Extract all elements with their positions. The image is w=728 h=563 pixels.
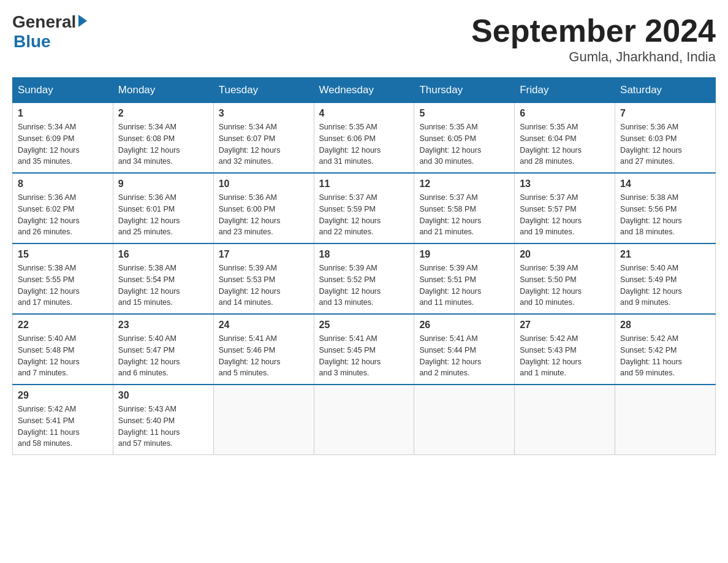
day-info: Sunrise: 5:34 AMSunset: 6:09 PMDaylight:… <box>18 121 108 167</box>
calendar-cell: 1Sunrise: 5:34 AMSunset: 6:09 PMDaylight… <box>13 103 113 174</box>
day-info: Sunrise: 5:36 AMSunset: 6:03 PMDaylight:… <box>620 121 710 167</box>
day-header-saturday: Saturday <box>615 78 716 103</box>
calendar-week-3: 15Sunrise: 5:38 AMSunset: 5:55 PMDayligh… <box>13 243 716 314</box>
day-number: 16 <box>118 249 208 260</box>
calendar-cell: 27Sunrise: 5:42 AMSunset: 5:43 PMDayligh… <box>515 314 615 385</box>
page-header: General Blue September 2024 Gumla, Jhark… <box>12 12 716 65</box>
day-number: 30 <box>118 390 208 401</box>
calendar-cell <box>414 385 515 455</box>
calendar-cell: 17Sunrise: 5:39 AMSunset: 5:53 PMDayligh… <box>213 243 314 314</box>
day-number: 19 <box>419 249 509 260</box>
day-info: Sunrise: 5:38 AMSunset: 5:56 PMDaylight:… <box>620 192 710 238</box>
calendar-cell: 22Sunrise: 5:40 AMSunset: 5:48 PMDayligh… <box>13 314 113 385</box>
calendar-cell: 3Sunrise: 5:34 AMSunset: 6:07 PMDaylight… <box>213 103 314 174</box>
calendar-cell: 4Sunrise: 5:35 AMSunset: 6:06 PMDaylight… <box>314 103 414 174</box>
day-info: Sunrise: 5:41 AMSunset: 5:46 PMDaylight:… <box>219 333 309 379</box>
day-number: 6 <box>520 108 610 119</box>
calendar-cell: 18Sunrise: 5:39 AMSunset: 5:52 PMDayligh… <box>314 243 414 314</box>
day-number: 15 <box>18 249 108 260</box>
day-info: Sunrise: 5:40 AMSunset: 5:48 PMDaylight:… <box>18 333 108 379</box>
day-number: 11 <box>319 178 409 190</box>
day-number: 28 <box>620 320 710 331</box>
title-section: September 2024 Gumla, Jharkhand, India <box>471 12 716 65</box>
logo-general-text: General <box>12 12 76 32</box>
day-info: Sunrise: 5:35 AMSunset: 6:05 PMDaylight:… <box>419 121 509 167</box>
day-info: Sunrise: 5:37 AMSunset: 5:57 PMDaylight:… <box>520 192 610 238</box>
calendar-cell: 11Sunrise: 5:37 AMSunset: 5:59 PMDayligh… <box>314 173 414 243</box>
calendar-cell: 14Sunrise: 5:38 AMSunset: 5:56 PMDayligh… <box>615 173 716 243</box>
calendar-cell: 28Sunrise: 5:42 AMSunset: 5:42 PMDayligh… <box>615 314 716 385</box>
day-number: 2 <box>118 108 208 119</box>
calendar-cell: 13Sunrise: 5:37 AMSunset: 5:57 PMDayligh… <box>515 173 615 243</box>
day-number: 12 <box>419 178 509 190</box>
calendar-cell <box>314 385 414 455</box>
calendar-cell: 9Sunrise: 5:36 AMSunset: 6:01 PMDaylight… <box>113 173 213 243</box>
day-info: Sunrise: 5:36 AMSunset: 6:02 PMDaylight:… <box>18 192 108 238</box>
calendar-cell: 8Sunrise: 5:36 AMSunset: 6:02 PMDaylight… <box>13 173 113 243</box>
logo-arrow-icon <box>78 15 87 27</box>
day-header-tuesday: Tuesday <box>213 78 314 103</box>
day-number: 27 <box>520 320 610 331</box>
location-text: Gumla, Jharkhand, India <box>471 49 716 65</box>
day-info: Sunrise: 5:39 AMSunset: 5:52 PMDaylight:… <box>319 262 409 308</box>
calendar-cell: 23Sunrise: 5:40 AMSunset: 5:47 PMDayligh… <box>113 314 213 385</box>
day-number: 25 <box>319 320 409 331</box>
calendar-cell: 15Sunrise: 5:38 AMSunset: 5:55 PMDayligh… <box>13 243 113 314</box>
day-number: 4 <box>319 108 409 119</box>
day-info: Sunrise: 5:42 AMSunset: 5:43 PMDaylight:… <box>520 333 610 379</box>
calendar-cell: 21Sunrise: 5:40 AMSunset: 5:49 PMDayligh… <box>615 243 716 314</box>
day-number: 21 <box>620 249 710 260</box>
day-info: Sunrise: 5:34 AMSunset: 6:08 PMDaylight:… <box>118 121 208 167</box>
logo: General Blue <box>12 12 87 52</box>
calendar-cell: 5Sunrise: 5:35 AMSunset: 6:05 PMDaylight… <box>414 103 515 174</box>
calendar-cell: 2Sunrise: 5:34 AMSunset: 6:08 PMDaylight… <box>113 103 213 174</box>
day-number: 22 <box>18 320 108 331</box>
day-number: 20 <box>520 249 610 260</box>
calendar-week-4: 22Sunrise: 5:40 AMSunset: 5:48 PMDayligh… <box>13 314 716 385</box>
calendar-cell <box>515 385 615 455</box>
day-number: 10 <box>219 178 309 190</box>
day-info: Sunrise: 5:37 AMSunset: 5:58 PMDaylight:… <box>419 192 509 238</box>
day-number: 14 <box>620 178 710 190</box>
calendar-cell <box>213 385 314 455</box>
day-info: Sunrise: 5:39 AMSunset: 5:53 PMDaylight:… <box>219 262 309 308</box>
day-header-wednesday: Wednesday <box>314 78 414 103</box>
day-info: Sunrise: 5:37 AMSunset: 5:59 PMDaylight:… <box>319 192 409 238</box>
day-number: 13 <box>520 178 610 190</box>
day-info: Sunrise: 5:36 AMSunset: 6:01 PMDaylight:… <box>118 192 208 238</box>
day-number: 7 <box>620 108 710 119</box>
day-number: 17 <box>219 249 309 260</box>
day-number: 5 <box>419 108 509 119</box>
calendar-cell: 10Sunrise: 5:36 AMSunset: 6:00 PMDayligh… <box>213 173 314 243</box>
calendar-week-1: 1Sunrise: 5:34 AMSunset: 6:09 PMDaylight… <box>13 103 716 174</box>
calendar-cell: 29Sunrise: 5:42 AMSunset: 5:41 PMDayligh… <box>13 385 113 455</box>
day-number: 1 <box>18 108 108 119</box>
day-info: Sunrise: 5:39 AMSunset: 5:50 PMDaylight:… <box>520 262 610 308</box>
day-info: Sunrise: 5:41 AMSunset: 5:45 PMDaylight:… <box>319 333 409 379</box>
logo-blue-text: Blue <box>13 32 51 52</box>
day-number: 24 <box>219 320 309 331</box>
calendar-cell: 7Sunrise: 5:36 AMSunset: 6:03 PMDaylight… <box>615 103 716 174</box>
day-header-sunday: Sunday <box>13 78 113 103</box>
calendar-cell: 24Sunrise: 5:41 AMSunset: 5:46 PMDayligh… <box>213 314 314 385</box>
calendar-cell: 16Sunrise: 5:38 AMSunset: 5:54 PMDayligh… <box>113 243 213 314</box>
day-header-friday: Friday <box>515 78 615 103</box>
calendar-cell: 12Sunrise: 5:37 AMSunset: 5:58 PMDayligh… <box>414 173 515 243</box>
calendar-cell <box>615 385 716 455</box>
month-title: September 2024 <box>471 12 716 49</box>
day-info: Sunrise: 5:40 AMSunset: 5:47 PMDaylight:… <box>118 333 208 379</box>
day-header-thursday: Thursday <box>414 78 515 103</box>
calendar-cell: 26Sunrise: 5:41 AMSunset: 5:44 PMDayligh… <box>414 314 515 385</box>
day-info: Sunrise: 5:34 AMSunset: 6:07 PMDaylight:… <box>219 121 309 167</box>
calendar-cell: 19Sunrise: 5:39 AMSunset: 5:51 PMDayligh… <box>414 243 515 314</box>
day-number: 23 <box>118 320 208 331</box>
day-number: 9 <box>118 178 208 190</box>
day-info: Sunrise: 5:39 AMSunset: 5:51 PMDaylight:… <box>419 262 509 308</box>
calendar-header-row: SundayMondayTuesdayWednesdayThursdayFrid… <box>13 78 716 103</box>
calendar-table: SundayMondayTuesdayWednesdayThursdayFrid… <box>12 77 716 455</box>
day-info: Sunrise: 5:40 AMSunset: 5:49 PMDaylight:… <box>620 262 710 308</box>
day-info: Sunrise: 5:38 AMSunset: 5:55 PMDaylight:… <box>18 262 108 308</box>
day-info: Sunrise: 5:36 AMSunset: 6:00 PMDaylight:… <box>219 192 309 238</box>
calendar-cell: 6Sunrise: 5:35 AMSunset: 6:04 PMDaylight… <box>515 103 615 174</box>
day-info: Sunrise: 5:41 AMSunset: 5:44 PMDaylight:… <box>419 333 509 379</box>
